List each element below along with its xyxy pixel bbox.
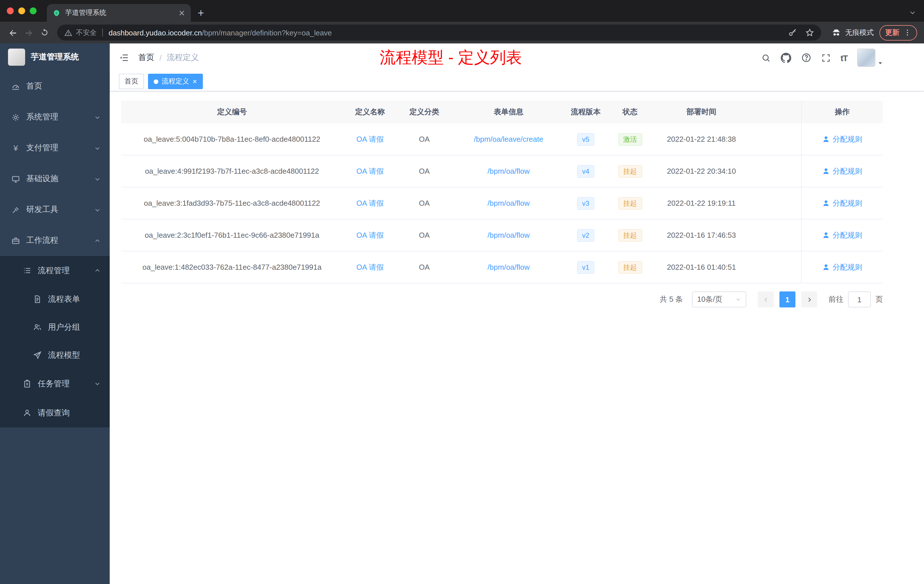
page-goto: 前往 页 [828,292,883,307]
star-icon[interactable] [805,28,814,37]
status-badge: 激活 [618,133,642,145]
key-icon[interactable] [788,28,797,37]
tags-view: 首页 流程定义 × [110,72,924,91]
table-row: oa_leave:5:004b710b-7b8a-11ec-8ef0-acde4… [121,124,883,155]
sidebar-item-system[interactable]: 系统管理 [0,102,110,133]
hamburger-icon[interactable] [119,53,129,63]
deploy-time: 2022-01-22 21:48:38 [654,124,749,155]
assign-rule-link[interactable]: 分配规则 [822,166,862,176]
sidebar-item-process-model[interactable]: 流程模型 [0,341,110,369]
sidebar-item-home[interactable]: 首页 [0,71,110,102]
help-icon[interactable] [801,53,812,63]
assign-rule-link[interactable]: 分配规则 [822,198,862,208]
sidebar-item-process-form[interactable]: 流程表单 [0,285,110,313]
version-tag: v3 [577,197,594,210]
chevron-up-icon [94,267,101,274]
definition-name-link[interactable]: OA 请假 [356,198,383,208]
assign-rule-link[interactable]: 分配规则 [822,134,862,144]
assign-rule-link[interactable]: 分配规则 [822,230,862,240]
definition-id: oa_leave:1:482ec033-762a-11ec-8477-a2380… [121,251,343,283]
active-dot [154,79,158,84]
definition-id: oa_leave:3:1fad3d93-7b75-11ec-a3c8-acde4… [121,187,343,219]
window-controls [0,0,42,22]
document-icon [33,295,42,304]
incognito-badge[interactable]: 无痕模式 [826,28,879,38]
column-header: 定义分类 [397,101,451,124]
form-link[interactable]: /bpm/oa/leave/create [474,135,543,144]
tab-search-icon[interactable] [909,9,916,16]
sidebar-item-task-mgmt[interactable]: 任务管理 [0,369,110,398]
pagination: 共 5 条 10条/页 1 前往 页 [121,292,883,307]
menu-dots-icon[interactable] [903,28,911,36]
form-link[interactable]: /bpm/oa/flow [487,263,530,271]
forward-icon[interactable] [21,25,36,41]
tab-close-icon[interactable]: ✕ [178,9,185,17]
new-tab-button[interactable]: + [198,7,204,18]
assign-rule-link[interactable]: 分配规则 [822,262,862,272]
sidebar-item-devtools[interactable]: 研发工具 [0,194,110,225]
browser-tab[interactable]: 芋道管理系统 ✕ [47,4,191,22]
sidebar-item-workflow[interactable]: 工作流程 [0,225,110,256]
page-goto-input[interactable] [848,292,871,307]
address-bar[interactable]: 不安全 dashboard.yudao.iocoder.cn/bpm/manag… [57,25,821,41]
github-icon[interactable] [780,52,792,63]
form-link[interactable]: /bpm/oa/flow [487,231,530,239]
app-shell: 芋道管理系统 首页 系统管理 ¥ 支付管理 基础设施 [0,43,924,584]
security-label: 不安全 [76,28,97,38]
font-size-icon[interactable]: tT [841,53,847,63]
cell-filler [749,155,801,187]
assign-rule-label: 分配规则 [833,230,862,240]
chevron-down-icon [94,381,101,387]
search-icon[interactable] [761,53,771,63]
yen-icon: ¥ [12,144,20,153]
avatar[interactable] [857,49,875,67]
form-link[interactable]: /bpm/oa/flow [487,167,530,175]
definition-name-link[interactable]: OA 请假 [356,262,383,272]
version-tag: v5 [577,133,594,145]
deploy-time: 2022-01-16 01:40:51 [654,251,749,283]
brand-name: 芋道管理系统 [31,52,79,62]
update-button[interactable]: 更新 [879,25,917,40]
tag-home[interactable]: 首页 [119,74,144,89]
next-page-button[interactable] [801,292,817,307]
page-size-select[interactable]: 10条/页 [692,292,746,307]
column-filler [749,101,801,124]
reload-icon[interactable] [36,25,53,41]
minimize-window-button[interactable] [18,7,25,14]
tag-close-icon[interactable]: × [193,78,197,85]
zoom-window-button[interactable] [30,7,36,14]
back-icon[interactable] [5,25,21,41]
current-page-button[interactable]: 1 [779,292,795,307]
sidebar-item-user-group[interactable]: 用户分组 [0,313,110,341]
definition-name-link[interactable]: OA 请假 [356,230,383,240]
user-menu[interactable] [857,49,883,67]
browser-tab-strip: 芋道管理系统 ✕ + [0,0,924,22]
column-header: 流程版本 [566,101,606,124]
tag-process-definition[interactable]: 流程定义 × [148,74,203,89]
definition-name-link[interactable]: OA 请假 [356,134,383,144]
form-link[interactable]: /bpm/oa/flow [487,199,530,208]
assign-rule-label: 分配规则 [833,262,862,272]
sidebar-item-payment[interactable]: ¥ 支付管理 [0,133,110,163]
close-window-button[interactable] [7,7,14,14]
table-row: oa_leave:3:1fad3d93-7b75-11ec-a3c8-acde4… [121,187,883,219]
breadcrumb-home[interactable]: 首页 [138,53,154,63]
dashboard-icon [12,82,20,91]
definition-category: OA [397,251,451,283]
definition-name-link[interactable]: OA 请假 [356,166,383,176]
sidebar-item-leave-query[interactable]: 请假查询 [0,398,110,427]
top-navbar: 首页 / 流程定义 流程模型 - 定义列表 [110,43,924,72]
sidebar-item-infra[interactable]: 基础设施 [0,163,110,194]
paper-plane-icon [33,351,42,360]
update-label: 更新 [885,28,899,38]
deploy-time: 2022-01-22 19:19:11 [654,187,749,219]
sidebar-item-label: 系统管理 [26,112,58,122]
sidebar-item-process-mgmt[interactable]: 流程管理 [0,256,110,285]
status-badge: 挂起 [618,229,642,241]
fullscreen-icon[interactable] [821,53,831,63]
prev-page-button[interactable] [758,292,774,307]
sidebar-item-label: 基础设施 [26,174,58,184]
omnibox-actions [788,28,814,37]
gear-icon [12,113,20,121]
users-icon [33,323,42,332]
